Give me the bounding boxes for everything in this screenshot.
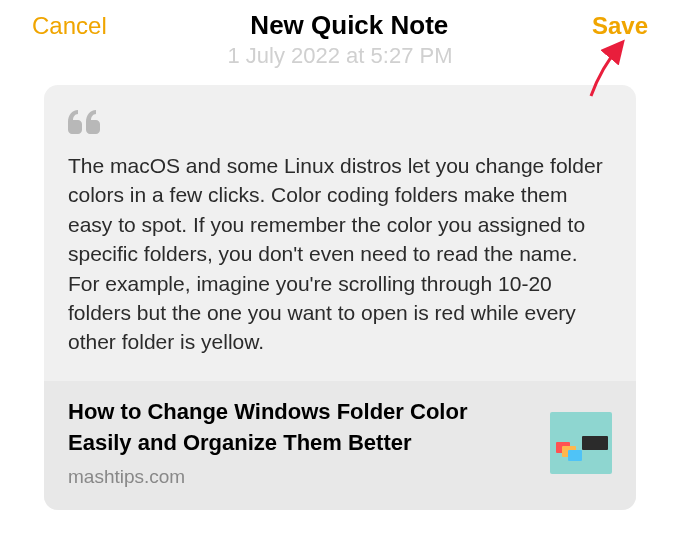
link-domain: mashtips.com bbox=[68, 466, 534, 488]
quote-block: The macOS and some Linux distros let you… bbox=[44, 85, 636, 381]
link-preview[interactable]: How to Change Windows Folder Color Easil… bbox=[44, 381, 636, 511]
page-title: New Quick Note bbox=[250, 10, 448, 41]
link-title: How to Change Windows Folder Color Easil… bbox=[68, 397, 534, 459]
quote-icon bbox=[68, 105, 612, 139]
timestamp: 1 July 2022 at 5:27 PM bbox=[0, 43, 680, 69]
link-text-wrap: How to Change Windows Folder Color Easil… bbox=[68, 397, 534, 489]
cancel-button[interactable]: Cancel bbox=[32, 12, 107, 40]
quote-text: The macOS and some Linux distros let you… bbox=[68, 151, 612, 357]
link-thumbnail bbox=[550, 412, 612, 474]
note-card: The macOS and some Linux distros let you… bbox=[44, 85, 636, 510]
save-button[interactable]: Save bbox=[592, 12, 648, 40]
header-bar: Cancel New Quick Note Save bbox=[0, 0, 680, 45]
